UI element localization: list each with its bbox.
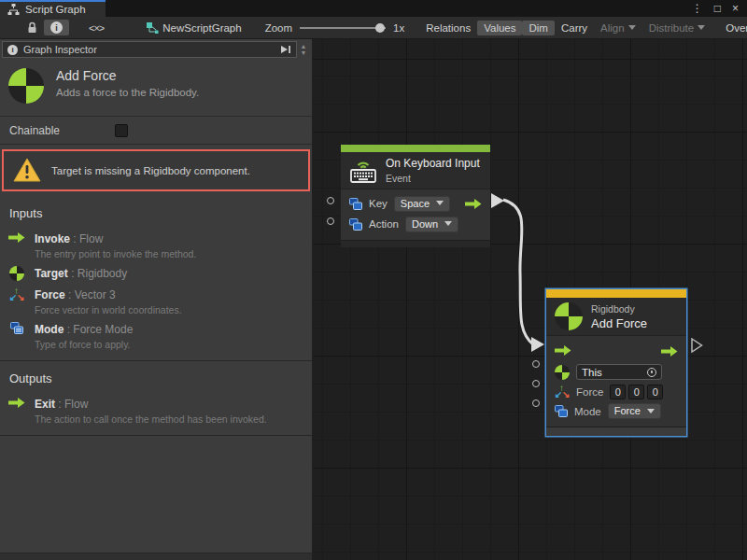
target-picker-icon[interactable] — [647, 368, 656, 377]
chevron-down-icon — [647, 409, 655, 413]
dock-icon — [280, 45, 291, 54]
info-icon: i — [7, 45, 18, 55]
port-row-target: Target : Rigidbody — [0, 260, 312, 282]
flow-output-port[interactable] — [661, 345, 678, 357]
align-button[interactable]: Align — [594, 21, 642, 35]
lock-icon — [27, 21, 37, 34]
chevron-down-icon — [436, 201, 444, 205]
close-icon[interactable]: × — [732, 2, 739, 15]
rigidbody-icon — [555, 365, 570, 380]
enum-icon — [7, 320, 26, 334]
relations-button[interactable]: Relations — [419, 21, 477, 35]
action-row: Action Down — [341, 214, 490, 234]
panel-scroll-buttons: ▲ ▼ — [297, 41, 310, 58]
action-dropdown[interactable]: Down — [405, 217, 458, 232]
node-title: Add Force — [591, 316, 647, 330]
force-x-input[interactable]: 0 — [610, 385, 626, 399]
force-input-port[interactable] — [532, 380, 540, 387]
target-self-field[interactable]: This — [576, 364, 662, 380]
flow-input-port[interactable] — [555, 344, 571, 358]
mode-row: Mode Force — [546, 401, 686, 421]
zoom-slider[interactable] — [300, 27, 386, 29]
chevron-down-icon — [444, 221, 452, 226]
port-description: The action to call once the method has b… — [35, 413, 267, 425]
enum-icon — [349, 198, 362, 210]
main-area: i Graph Inspector ▲ ▼ — [0, 39, 747, 560]
node-footer — [546, 427, 686, 436]
node-subtitle: Event — [386, 173, 480, 184]
inspector-empty-area — [0, 436, 312, 553]
port-row-force: ↑↙↘ Force : Vector 3 Force vector in wor… — [0, 282, 312, 316]
distribute-button[interactable]: Distribute — [642, 21, 712, 35]
enum-icon — [349, 218, 362, 231]
info-icon: i — [50, 21, 63, 34]
window-controls: ⋮ □ × — [692, 0, 747, 17]
unit-header: Add Force Adds a force to the Rigidbody. — [0, 58, 312, 117]
unity-script-graph-window: Script Graph ⋮ □ × i <×> N — [0, 0, 747, 560]
node-add-force[interactable]: Rigidbody Add Force — [546, 289, 686, 436]
chevron-down-icon — [628, 25, 636, 30]
trigger-output-port[interactable] — [465, 198, 482, 210]
flow-row — [546, 340, 686, 362]
dock-button[interactable] — [280, 45, 291, 54]
warning-message: Target is missing a Rigidbody component. — [51, 165, 250, 176]
node-body: This ↑↙↘ Force 0 0 0 — [546, 335, 686, 427]
overview-button[interactable]: Overview — [719, 21, 747, 35]
code-icon: <×> — [89, 22, 104, 34]
event-node-color-bar — [341, 145, 490, 152]
chevron-down-icon — [698, 25, 705, 30]
force-y-input[interactable]: 0 — [628, 385, 644, 399]
menu-icon[interactable]: ⋮ — [692, 2, 703, 15]
key-label: Key — [369, 198, 388, 209]
inputs-header: Inputs — [0, 200, 312, 226]
force-label: Force — [576, 386, 603, 398]
lock-button[interactable] — [21, 20, 44, 35]
key-row: Key Space — [341, 193, 490, 214]
zoom-slider-handle[interactable] — [375, 23, 385, 33]
scroll-up-icon[interactable]: ▲ — [301, 43, 307, 49]
inputs-section: Inputs Invoke : Flow The entry point to … — [0, 196, 312, 361]
target-row: This — [546, 362, 686, 382]
key-dropdown[interactable]: Space — [394, 196, 450, 212]
unit-title: Add Force — [56, 68, 199, 83]
rigidbody-icon — [555, 302, 583, 330]
carry-button[interactable]: Carry — [555, 21, 594, 35]
graph-canvas[interactable]: On Keyboard Input Event Key Space — [313, 39, 747, 560]
zoom-value: 1x — [393, 22, 404, 34]
chainable-checkbox[interactable] — [115, 124, 128, 137]
enum-icon — [555, 405, 568, 417]
rigidbody-icon — [8, 68, 44, 104]
node-on-keyboard-input[interactable]: On Keyboard Input Event Key Space — [341, 145, 490, 247]
action-label: Action — [369, 218, 399, 230]
node-header: On Keyboard Input Event — [341, 152, 490, 189]
scroll-down-icon[interactable]: ▼ — [301, 49, 307, 56]
target-input-port[interactable] — [532, 360, 540, 368]
mode-input-port[interactable] — [532, 399, 540, 407]
port-row-invoke: Invoke : Flow The entry point to invoke … — [0, 226, 312, 260]
tab-script-graph[interactable]: Script Graph — [0, 0, 106, 17]
force-z-input[interactable]: 0 — [647, 385, 663, 399]
graph-asset-button[interactable]: NewScriptGraph — [140, 21, 247, 35]
force-vector-inputs: 0 0 0 — [610, 385, 663, 399]
graph-asset-icon — [147, 22, 159, 34]
inspector-toggle-button[interactable]: i — [44, 20, 69, 35]
dim-button[interactable]: Dim — [522, 21, 554, 35]
wire-start-arrow-icon — [491, 193, 504, 210]
code-preview-button[interactable]: <×> — [82, 21, 110, 35]
flow-output-hollow-arrow-icon — [691, 338, 703, 355]
inspector-header[interactable]: i Graph Inspector — [2, 41, 297, 58]
force-row: ↑↙↘ Force 0 0 0 — [546, 382, 686, 401]
graph-asset-name: NewScriptGraph — [162, 22, 241, 34]
zoom-control: Zoom 1x — [265, 22, 405, 34]
vector3-icon: ↑↙↘ — [7, 286, 26, 302]
values-button[interactable]: Values — [477, 21, 522, 35]
port-description: Force vector in world coordinates. — [35, 304, 182, 315]
port-description: Type of force to apply. — [35, 339, 133, 350]
key-input-port[interactable] — [327, 197, 334, 204]
maximize-icon[interactable]: □ — [714, 2, 721, 15]
action-input-port[interactable] — [327, 217, 334, 225]
inspector-title: Graph Inspector — [23, 44, 97, 55]
node-header: Rigidbody Add Force — [546, 298, 686, 335]
window-tab-bar: Script Graph ⋮ □ × — [0, 0, 747, 17]
mode-dropdown[interactable]: Force — [608, 403, 661, 419]
